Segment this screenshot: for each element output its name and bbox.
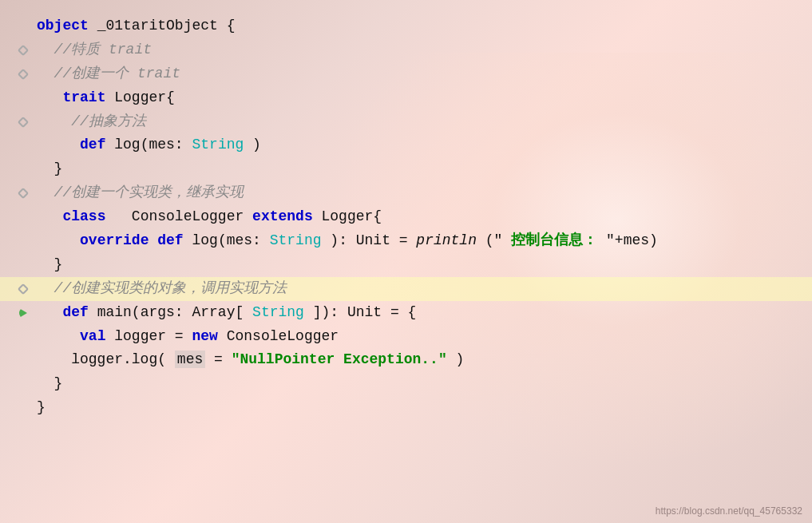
code-line-9: class ConsoleLogger extends Logger{ <box>16 205 796 229</box>
code-text: ConsoleLogger <box>114 208 252 224</box>
code-text: Logger{ <box>322 208 382 224</box>
line-content-2: //特质 trait <box>37 39 152 61</box>
code-text: } <box>37 160 62 176</box>
code-line-14: val logger = new ConsoleLogger <box>16 325 796 349</box>
code-text: } <box>37 256 62 272</box>
line-content-6: def log(mes: String ) <box>37 134 261 157</box>
keyword-object: object <box>37 18 89 34</box>
code-line-12: //创建实现类的对象，调用实现方法 <box>0 277 812 301</box>
string-literal: 控制台信息： <box>511 232 597 248</box>
code-text <box>37 328 71 344</box>
gutter-13 <box>16 308 30 318</box>
code-text: log(mes: <box>192 232 269 248</box>
string-literal: "NullPointer Exception.." <box>232 351 447 367</box>
code-line-7: } <box>16 157 796 181</box>
code-container: object _01taritObject { //特质 trait //创建一… <box>0 0 812 523</box>
line-content-14: val logger = new ConsoleLogger <box>37 326 339 348</box>
code-text: main(args: Array[ <box>97 304 244 320</box>
line-content-9: class ConsoleLogger extends Logger{ <box>37 206 382 228</box>
code-line-16: } <box>16 372 796 396</box>
gutter-3 <box>16 70 30 78</box>
code-text: ]): Unit = { <box>313 304 417 320</box>
code-text: ) <box>456 351 465 367</box>
keyword-new: new <box>192 328 217 344</box>
gutter-triangle-icon <box>19 308 27 318</box>
code-line-3: //创建一个 trait <box>16 62 796 86</box>
code-line-11: } <box>16 253 796 277</box>
code-line-1: object _01taritObject { <box>16 14 796 38</box>
gutter-diamond-icon <box>18 283 29 295</box>
gutter-diamond-icon <box>18 69 29 80</box>
line-content-17: } <box>37 397 46 419</box>
code-text <box>37 304 54 320</box>
gutter-2 <box>16 46 30 54</box>
code-text <box>37 137 71 153</box>
keyword-def: def <box>80 137 105 153</box>
code-line-13: def main(args: Array[ String ]): Unit = … <box>16 301 796 325</box>
line-content-8: //创建一个实现类，继承实现 <box>37 182 244 204</box>
code-line-4: trait Logger{ <box>16 86 796 110</box>
keyword-val: val <box>80 328 105 344</box>
type-string: String <box>270 232 322 248</box>
code-text: } <box>37 375 62 391</box>
comment-text: //抽象方法 <box>37 113 146 129</box>
code-text: logger.log( <box>37 351 175 367</box>
watermark: https://blog.csdn.net/qq_45765332 <box>656 505 802 517</box>
comment-text: //特质 trait <box>37 42 152 57</box>
gutter-diamond-icon <box>18 116 29 127</box>
line-content-7: } <box>37 158 62 180</box>
line-content-4: trait Logger{ <box>37 87 175 109</box>
keyword-def: def <box>62 304 88 320</box>
code-line-2: //特质 trait <box>16 38 796 62</box>
code-line-10: override def log(mes: String ): Unit = p… <box>16 229 796 253</box>
line-content-1: object _01taritObject { <box>37 15 235 38</box>
keyword-extends: extends <box>252 208 313 224</box>
gutter-diamond-icon <box>18 45 29 56</box>
code-text: log(mes: <box>114 137 183 153</box>
gutter-8 <box>16 189 30 197</box>
code-text: ): Unit = <box>330 232 416 248</box>
code-text: _01taritObject { <box>97 18 236 34</box>
code-line-5: //抽象方法 <box>16 110 796 134</box>
line-content-3: //创建一个 trait <box>37 63 180 85</box>
code-text: ConsoleLogger <box>227 328 339 344</box>
function-println: println <box>416 232 477 248</box>
code-text: "+mes) <box>606 232 658 248</box>
line-content-13: def main(args: Array[ String ]): Unit = … <box>37 302 416 324</box>
code-text: ) <box>252 137 261 153</box>
code-line-6: def log(mes: String ) <box>16 133 796 157</box>
code-line-17: } <box>16 396 796 420</box>
line-content-10: override def log(mes: String ): Unit = p… <box>37 230 658 252</box>
line-content-11: } <box>37 254 62 276</box>
code-line-8: //创建一个实现类，继承实现 <box>16 181 796 205</box>
code-text: logger = <box>114 328 192 344</box>
code-line-15: logger.log( mes = "NullPointer Exception… <box>16 348 796 372</box>
code-text: Logger{ <box>114 89 175 105</box>
code-block: object _01taritObject { //特质 trait //创建一… <box>0 8 812 426</box>
keyword-def: def <box>157 232 183 248</box>
code-text <box>37 208 54 224</box>
keyword-trait: trait <box>62 89 105 105</box>
keyword-class: class <box>62 208 105 224</box>
keyword-override: override <box>80 232 149 248</box>
code-text: = <box>214 351 232 367</box>
line-content-15: logger.log( mes = "NullPointer Exception… <box>37 349 464 371</box>
type-string: String <box>192 137 244 153</box>
code-text <box>37 232 71 248</box>
code-text <box>37 89 54 105</box>
param-mes: mes <box>175 351 205 368</box>
comment-text: //创建一个 trait <box>37 65 180 81</box>
type-string: String <box>252 304 304 320</box>
line-content-5: //抽象方法 <box>37 111 146 133</box>
comment-text: //创建一个实现类，继承实现 <box>37 184 244 200</box>
gutter-5 <box>16 118 30 126</box>
line-content-16: } <box>37 373 62 395</box>
gutter-diamond-icon <box>18 188 29 199</box>
code-text: (" <box>485 232 503 248</box>
line-content-12: //创建实现类的对象，调用实现方法 <box>37 278 287 300</box>
gutter-12 <box>16 285 30 293</box>
code-text: } <box>37 399 46 415</box>
comment-text: //创建实现类的对象，调用实现方法 <box>37 280 287 296</box>
